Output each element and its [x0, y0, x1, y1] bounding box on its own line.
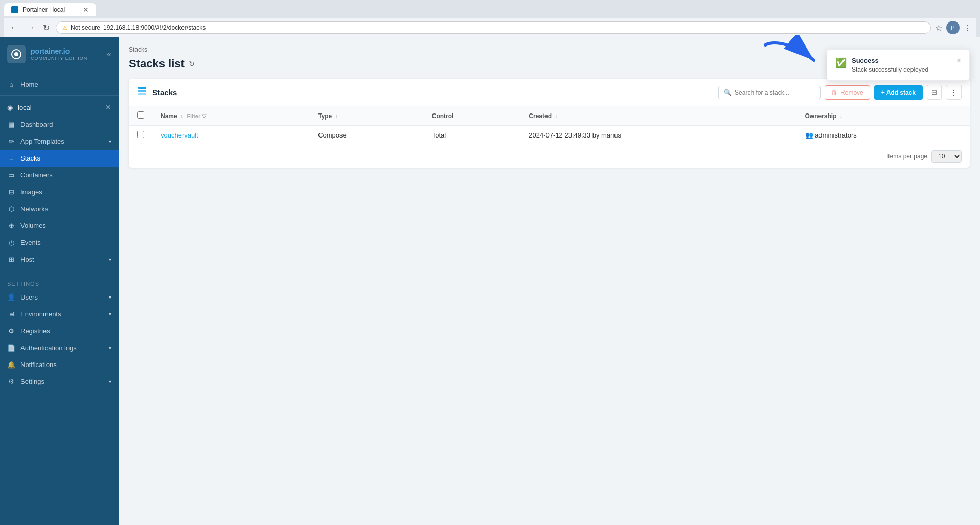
bookmark-btn[interactable]: ☆ [935, 23, 942, 33]
remove-btn[interactable]: 🗑 Remove [825, 85, 870, 100]
menu-btn[interactable]: ⋮ [964, 23, 972, 33]
settings-icon: ⚙ [7, 378, 15, 385]
columns-btn[interactable]: ⊟ [927, 85, 942, 100]
sidebar-item-containers[interactable]: ▭ Containers [0, 167, 119, 184]
sidebar-item-stacks[interactable]: ≡ Stacks [0, 150, 119, 167]
sidebar-item-notifications[interactable]: 🔔 Notifications [0, 356, 119, 373]
th-name: Name ↕ Filter ▽ [152, 106, 310, 126]
app-layout: portainer.io COMMUNITY EDITION « ⌂ Home … [0, 37, 980, 525]
name-sort-icon[interactable]: ↕ [180, 113, 183, 119]
tab-close-btn[interactable]: ✕ [83, 6, 89, 13]
sidebar-item-images[interactable]: ⊟ Images [0, 184, 119, 200]
containers-label: Containers [20, 171, 53, 179]
stacks-icon: ≡ [7, 154, 15, 162]
reload-btn[interactable]: ↻ [41, 22, 52, 34]
page-title: Stacks list [129, 57, 185, 71]
more-options-btn[interactable]: ⋮ [946, 85, 962, 100]
stacks-table: Name ↕ Filter ▽ Type ↕ [129, 106, 970, 145]
th-created: Created ↕ [520, 106, 796, 126]
app-templates-label: App Templates [20, 138, 64, 145]
items-per-page-row: Items per page 10 25 50 100 [129, 145, 970, 168]
env-icon: ◉ [7, 104, 13, 111]
sidebar-item-users[interactable]: 👤 Users ▾ [0, 289, 119, 306]
search-icon: 🔍 [724, 89, 732, 96]
created-sort-icon[interactable]: ↕ [555, 113, 557, 119]
sidebar-logo: portainer.io COMMUNITY EDITION « [0, 37, 119, 72]
col-ownership-label: Ownership [805, 112, 837, 120]
stacks-card: Stacks 🔍 🗑 Remove + Add stack [129, 79, 970, 168]
col-created-label: Created [529, 112, 552, 120]
sidebar-item-environments[interactable]: 🖥 Environments ▾ [0, 306, 119, 323]
url-text: 192.168.1.18:9000/#!/2/docker/stacks [103, 24, 206, 31]
forward-btn[interactable]: → [25, 22, 37, 33]
stack-name-link[interactable]: vouchervault [161, 131, 198, 139]
ownership-icon: 👥 [805, 131, 813, 139]
sidebar-collapse-btn[interactable]: « [107, 50, 111, 59]
type-sort-icon[interactable]: ↕ [335, 113, 338, 119]
sidebar-item-volumes[interactable]: ⊕ Volumes [0, 217, 119, 234]
networks-label: Networks [20, 205, 48, 213]
toast-close-btn[interactable]: × [956, 57, 961, 65]
auth-logs-label: Authentication logs [20, 344, 77, 352]
table-header: Name ↕ Filter ▽ Type ↕ [129, 106, 970, 126]
sidebar-item-registries[interactable]: ⚙ Registries [0, 323, 119, 339]
table-body: vouchervault Compose Total 2024-07-12 23… [129, 126, 970, 145]
table-row: vouchervault Compose Total 2024-07-12 23… [129, 126, 970, 145]
sidebar-item-dashboard[interactable]: ▦ Dashboard [0, 116, 119, 133]
settings-section-label: Settings [0, 276, 119, 289]
toast-title: Success [852, 57, 951, 64]
tab-label: Portainer | local [22, 6, 65, 13]
logo-brand: portainer.io [31, 47, 87, 56]
back-btn[interactable]: ← [8, 22, 20, 33]
browser-toolbar: ← → ↻ ⚠ Not secure 192.168.1.18:9000/#!/… [4, 18, 976, 37]
home-icon: ⌂ [7, 81, 15, 88]
refresh-btn[interactable]: ↻ [189, 60, 195, 68]
profile-btn[interactable]: P [946, 21, 960, 34]
sidebar-item-home[interactable]: ⌂ Home [0, 76, 119, 93]
ownership-sort-icon[interactable]: ↕ [840, 113, 842, 119]
host-chevron: ▾ [109, 257, 111, 262]
env-header[interactable]: ◉ local ✕ [0, 99, 119, 116]
app-templates-icon: ✏ [7, 138, 15, 145]
col-control-label: Control [432, 112, 454, 120]
sidebar-item-networks[interactable]: ⬡ Networks [0, 200, 119, 217]
success-toast: ✅ Success Stack successfully deployed × [827, 49, 970, 81]
sidebar-item-host[interactable]: ⊞ Host ▾ [0, 251, 119, 268]
volumes-label: Volumes [20, 222, 46, 230]
environments-label: Environments [20, 310, 61, 318]
add-stack-btn[interactable]: + Add stack [874, 85, 923, 100]
address-bar[interactable]: ⚠ Not secure 192.168.1.18:9000/#!/2/dock… [56, 21, 931, 34]
col-name-label: Name [161, 112, 177, 120]
row-ownership-cell: 👥 administrators [797, 126, 970, 145]
stacks-label: Stacks [20, 154, 40, 162]
sidebar-item-app-templates[interactable]: ✏ App Templates ▾ [0, 133, 119, 150]
table-container: Name ↕ Filter ▽ Type ↕ [129, 106, 970, 145]
environments-icon: 🖥 [7, 310, 15, 318]
th-type: Type ↕ [310, 106, 424, 126]
env-close-btn[interactable]: ✕ [105, 103, 111, 111]
search-box[interactable]: 🔍 [718, 86, 821, 99]
users-chevron: ▾ [109, 294, 111, 300]
browser-tabs: Portainer | local ✕ [4, 3, 976, 16]
search-input[interactable] [735, 89, 815, 96]
not-secure-label: Not secure [71, 24, 100, 31]
notifications-icon: 🔔 [7, 361, 15, 369]
users-icon: 👤 [7, 293, 15, 301]
sidebar-item-settings[interactable]: ⚙ Settings ▾ [0, 373, 119, 390]
items-per-page-label: Items per page [886, 153, 927, 160]
logo-text: portainer.io COMMUNITY EDITION [31, 47, 87, 61]
row-checkbox[interactable] [137, 131, 144, 138]
sidebar-item-events[interactable]: ◷ Events [0, 234, 119, 251]
active-tab[interactable]: Portainer | local ✕ [4, 3, 96, 16]
main-content: Stacks Stacks list ↻ Stacks [119, 37, 980, 525]
dashboard-icon: ▦ [7, 121, 15, 128]
registries-icon: ⚙ [7, 327, 15, 335]
sidebar-item-auth-logs[interactable]: 📄 Authentication logs ▾ [0, 339, 119, 356]
select-all-checkbox[interactable] [137, 111, 144, 119]
toast-content: Success Stack successfully deployed [852, 57, 951, 73]
items-per-page-select[interactable]: 10 25 50 100 [931, 150, 962, 163]
host-icon: ⊞ [7, 256, 15, 263]
images-icon: ⊟ [7, 188, 15, 196]
name-filter-btn[interactable]: Filter ▽ [187, 113, 206, 119]
browser-chrome: Portainer | local ✕ ← → ↻ ⚠ Not secure 1… [0, 0, 980, 37]
